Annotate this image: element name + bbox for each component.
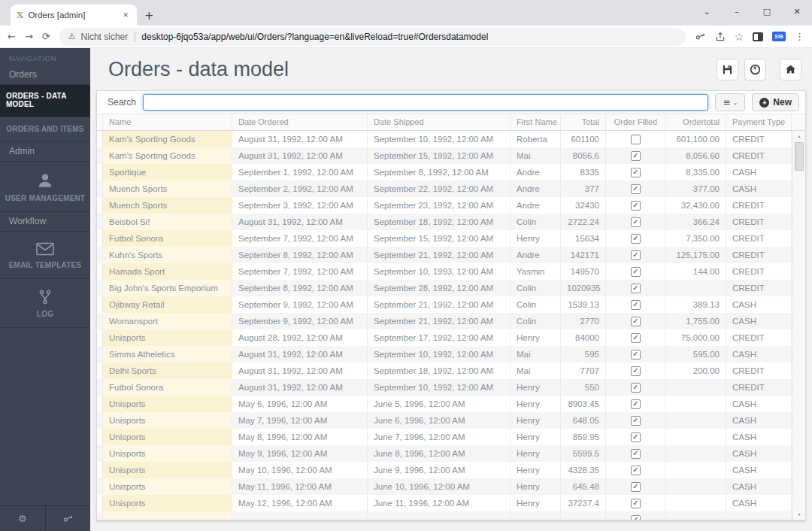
table-row[interactable]: Kam's Sporting GoodsAugust 31, 1992, 12:… bbox=[97, 131, 792, 147]
back-icon[interactable]: ← bbox=[8, 31, 16, 42]
vertical-scrollbar[interactable]: ▴ ▾ bbox=[792, 131, 805, 520]
order-filled-checkbox[interactable]: ✓ bbox=[631, 350, 641, 360]
tab-close-icon[interactable]: ✕ bbox=[120, 10, 131, 20]
new-tab-button[interactable]: + bbox=[137, 9, 163, 26]
col-header-payment-type[interactable]: Payment Type bbox=[726, 114, 792, 130]
scrollbar-thumb[interactable] bbox=[795, 142, 804, 171]
sidebar-item-orders-and-items[interactable]: ORDERS AND ITEMS bbox=[0, 117, 90, 142]
table-row[interactable]: WomansportSeptember 9, 1992, 12:00 AMSep… bbox=[97, 313, 792, 329]
bookmark-star-icon[interactable]: ☆ bbox=[735, 31, 744, 43]
col-header-name[interactable]: Name bbox=[103, 114, 232, 130]
url-text: desktop-6jqo53a/app/web/ui/Orders/?langu… bbox=[141, 32, 488, 42]
order-filled-checkbox[interactable]: ✓ bbox=[631, 217, 641, 227]
order-filled-checkbox[interactable] bbox=[631, 135, 641, 144]
table-row[interactable]: UnisportsMay 10, 1996, 12:00 AMJune 9, 1… bbox=[97, 462, 792, 478]
cell-total: 1020935 bbox=[561, 280, 606, 296]
order-filled-checkbox[interactable]: ✓ bbox=[631, 333, 641, 343]
order-filled-checkbox[interactable]: ✓ bbox=[631, 317, 641, 326]
table-row[interactable]: Ojibway RetailSeptember 9, 1992, 12:00 A… bbox=[97, 296, 792, 313]
tab-search-chevron-icon[interactable]: ⌄ bbox=[692, 7, 722, 17]
scroll-up-icon[interactable]: ▴ bbox=[793, 131, 805, 141]
table-row[interactable]: UnisportsMay 12, 1996, 12:00 AMJune 11, … bbox=[97, 495, 792, 511]
password-key-icon[interactable] bbox=[695, 31, 706, 42]
sidebar-item-user-management[interactable]: USER MANAGEMENT bbox=[0, 162, 90, 212]
cell-date-shipped: September 22, 1992, 12:00 AM bbox=[368, 181, 511, 197]
col-header-first-name[interactable]: First Name bbox=[511, 114, 561, 130]
table-row[interactable]: UnisportsMay 7, 1996, 12:00 AMJune 6, 19… bbox=[97, 412, 792, 429]
order-filled-checkbox[interactable]: ✓ bbox=[631, 168, 641, 178]
order-filled-checkbox[interactable]: ✓ bbox=[631, 284, 641, 293]
sidebar-section-admin[interactable]: Admin bbox=[0, 142, 90, 162]
order-filled-checkbox[interactable]: ✓ bbox=[631, 499, 641, 508]
table-row[interactable]: Muench SportsSeptember 3, 1992, 12:00 AM… bbox=[97, 197, 792, 214]
table-row[interactable]: UnisportsMay 8, 1996, 12:00 AMJune 7, 19… bbox=[97, 429, 792, 445]
table-row[interactable]: SportiqueSeptember 1, 1992, 12:00 AMSept… bbox=[97, 164, 792, 181]
table-row[interactable]: UnisportsMay 6, 1996, 12:00 AMJune 5, 19… bbox=[97, 396, 792, 412]
table-row[interactable]: UnisportsMay 11, 1996, 12:00 AMJune 10, … bbox=[97, 478, 792, 495]
table-row[interactable]: Futbol SonoraAugust 31, 1992, 12:00 AMSe… bbox=[97, 379, 792, 396]
scroll-down-icon[interactable]: ▾ bbox=[793, 509, 805, 520]
order-filled-checkbox[interactable]: ✓ bbox=[631, 151, 641, 161]
order-filled-checkbox[interactable]: ✓ bbox=[631, 416, 641, 426]
home-button[interactable] bbox=[780, 59, 801, 80]
table-row[interactable]: Big John's Sports EmporiumSeptember 8, 1… bbox=[97, 280, 792, 296]
table-row[interactable]: UnisportsMay 9, 1996, 12:00 AMJune 8, 19… bbox=[97, 445, 792, 462]
access-key-button[interactable] bbox=[45, 506, 91, 531]
window-maximize-icon[interactable]: □ bbox=[752, 7, 782, 17]
table-row[interactable]: UnisportsAugust 28, 1992, 12:00 AMSeptem… bbox=[97, 329, 792, 346]
table-row[interactable]: ✓ bbox=[97, 511, 792, 520]
table-menu-button[interactable]: ≡ ⌄ bbox=[715, 93, 745, 111]
table-row[interactable]: Delhi SportsAugust 31, 1992, 12:00 AMSep… bbox=[97, 363, 792, 379]
settings-gear-button[interactable]: ⚙ bbox=[0, 506, 45, 531]
address-bar[interactable]: ⚠ Nicht sicher | desktop-6jqo53a/app/web… bbox=[59, 28, 686, 46]
sidebar-item-log[interactable]: LOG bbox=[0, 279, 90, 328]
table-row[interactable]: Hamada SportSeptember 7, 1992, 12:00 AMS… bbox=[97, 263, 792, 280]
order-filled-checkbox[interactable]: ✓ bbox=[631, 449, 641, 459]
col-header-date-shipped[interactable]: Date Shipped bbox=[368, 114, 511, 130]
order-filled-checkbox[interactable]: ✓ bbox=[631, 432, 641, 442]
window-close-icon[interactable]: ✕ bbox=[782, 7, 812, 17]
order-filled-checkbox[interactable]: ✓ bbox=[631, 300, 641, 310]
new-button[interactable]: + New bbox=[752, 93, 799, 111]
row-gutter bbox=[97, 363, 103, 379]
col-header-total[interactable]: Total bbox=[561, 114, 606, 130]
col-header-date-ordered[interactable]: Date Ordered bbox=[232, 114, 368, 130]
kebab-menu-icon[interactable]: ⋮ bbox=[795, 31, 804, 42]
order-filled-checkbox[interactable]: ✓ bbox=[631, 250, 641, 260]
order-filled-checkbox[interactable]: ✓ bbox=[631, 267, 641, 277]
sidebar-section-workflow[interactable]: Workflow bbox=[0, 212, 90, 232]
reload-icon[interactable]: ⟳ bbox=[42, 31, 50, 42]
history-button[interactable] bbox=[744, 59, 766, 80]
check-icon: ✓ bbox=[632, 185, 638, 193]
order-filled-checkbox[interactable]: ✓ bbox=[631, 234, 641, 244]
sidebar-item-orders-data-model[interactable]: ORDERS - DATA MODEL bbox=[0, 85, 90, 117]
order-filled-checkbox[interactable]: ✓ bbox=[631, 466, 641, 475]
side-panel-icon[interactable] bbox=[753, 32, 763, 41]
cell-first-name: Henry bbox=[511, 396, 561, 412]
extension-badge[interactable]: SIB bbox=[772, 32, 786, 41]
order-filled-checkbox[interactable]: ✓ bbox=[631, 201, 641, 211]
table-row[interactable]: Kam's Sporting GoodsAugust 31, 1992, 12:… bbox=[97, 147, 792, 164]
order-filled-checkbox[interactable]: ✓ bbox=[631, 184, 641, 194]
order-filled-checkbox[interactable]: ✓ bbox=[631, 482, 641, 492]
cell-date-ordered: May 6, 1996, 12:00 AM bbox=[232, 396, 368, 412]
sidebar-section-orders[interactable]: Orders bbox=[0, 65, 90, 85]
table-row[interactable]: Simms AtheleticsAugust 31, 1992, 12:00 A… bbox=[97, 346, 792, 363]
window-minimize-icon[interactable]: – bbox=[722, 7, 752, 17]
search-input[interactable] bbox=[143, 94, 708, 111]
forward-icon[interactable]: → bbox=[25, 31, 33, 42]
table-row[interactable]: Kuhn's SportsSeptember 8, 1992, 12:00 AM… bbox=[97, 247, 792, 263]
save-button[interactable] bbox=[717, 59, 738, 80]
order-filled-checkbox[interactable]: ✓ bbox=[631, 383, 641, 393]
order-filled-checkbox[interactable]: ✓ bbox=[631, 366, 641, 376]
order-filled-checkbox[interactable]: ✓ bbox=[631, 515, 641, 520]
order-filled-checkbox[interactable]: ✓ bbox=[631, 399, 641, 409]
col-header-order-filled[interactable]: Order Filled bbox=[606, 114, 666, 130]
table-row[interactable]: Futbol SonoraSeptember 7, 1992, 12:00 AM… bbox=[97, 230, 792, 247]
sidebar-item-email-templates[interactable]: EMAIL TEMPLATES bbox=[0, 232, 90, 279]
col-header-ordertotal[interactable]: Ordertotal bbox=[666, 114, 726, 130]
share-icon[interactable] bbox=[715, 32, 726, 42]
browser-tab[interactable]: X Orders [admin] ✕ bbox=[11, 5, 137, 26]
table-row[interactable]: Muench SportsSeptember 2, 1992, 12:00 AM… bbox=[97, 181, 792, 197]
table-row[interactable]: Beisbol Si!August 31, 1992, 12:00 AMSept… bbox=[97, 214, 792, 230]
